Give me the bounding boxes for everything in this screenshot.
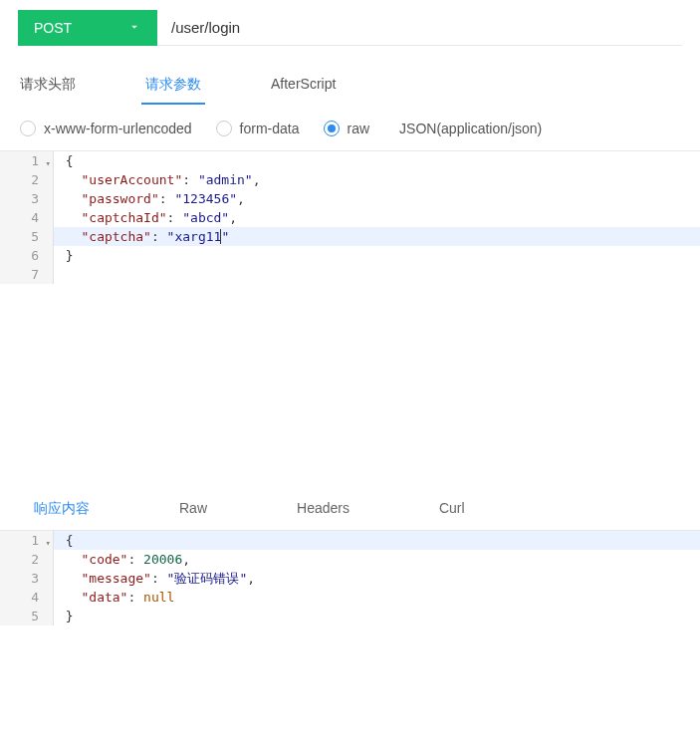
radio-icon (20, 121, 36, 136)
editor-line[interactable]: 3 "password": "123456", (0, 189, 700, 208)
code-content[interactable]: "password": "123456", (54, 189, 245, 208)
line-number: 2 (0, 550, 54, 569)
line-number: 5 (0, 607, 54, 625)
radio-label: form-data (240, 121, 300, 136)
code-content[interactable]: "captchaId": "abcd", (54, 208, 237, 227)
code-content[interactable]: } (54, 607, 74, 625)
response-tabs: 响应内容 Raw Headers Curl (0, 476, 700, 530)
code-content[interactable]: "code": 20006, (54, 550, 190, 569)
editor-line[interactable]: 1▾ { (0, 531, 700, 550)
code-content[interactable]: { (54, 151, 74, 170)
request-tabs: 请求头部 请求参数 AfterScript (0, 46, 700, 105)
line-number: 7 (0, 265, 54, 284)
line-number: 3 (0, 189, 54, 208)
radio-label: raw (348, 121, 370, 136)
code-content[interactable]: "message": "验证码错误", (54, 569, 255, 588)
editor-line[interactable]: 5 "captcha": "xarg11" (0, 227, 700, 246)
line-number: 4 (0, 588, 54, 607)
http-method-label: POST (34, 20, 72, 36)
body-type-row: x-www-form-urlencoded form-data raw JSON… (0, 105, 700, 150)
tab-response-content[interactable]: 响应内容 (34, 500, 90, 530)
editor-line[interactable]: 6 } (0, 246, 700, 265)
chevron-down-icon (127, 20, 141, 37)
tab-response-headers[interactable]: Headers (297, 500, 350, 530)
editor-line[interactable]: 2 "code": 20006, (0, 550, 700, 569)
line-number: 1▾ (0, 151, 54, 170)
editor-line[interactable]: 5 } (0, 607, 700, 625)
radio-form-data[interactable]: form-data (216, 121, 300, 136)
radio-icon (324, 121, 340, 136)
code-content[interactable]: "data": null (54, 588, 174, 607)
request-bar: POST (0, 0, 700, 46)
line-number: 6 (0, 246, 54, 265)
editor-line[interactable]: 2 "userAccount": "admin", (0, 170, 700, 189)
line-number: 4 (0, 208, 54, 227)
editor-line[interactable]: 1▾ { (0, 151, 700, 170)
content-type-select[interactable]: JSON(application/json) (399, 121, 542, 136)
code-content[interactable] (54, 265, 66, 284)
response-body-editor[interactable]: 1▾ {2 "code": 20006,3 "message": "验证码错误"… (0, 530, 700, 625)
editor-line[interactable]: 4 "captchaId": "abcd", (0, 208, 700, 227)
http-method-select[interactable]: POST (18, 10, 157, 46)
radio-raw[interactable]: raw (324, 121, 370, 136)
editor-line[interactable]: 4 "data": null (0, 588, 700, 607)
tab-request-headers[interactable]: 请求头部 (20, 76, 76, 104)
code-content[interactable]: "captcha": "xarg11" (54, 227, 229, 246)
line-number: 5 (0, 227, 54, 246)
line-number: 3 (0, 569, 54, 588)
editor-line[interactable]: 3 "message": "验证码错误", (0, 569, 700, 588)
radio-form-urlencoded[interactable]: x-www-form-urlencoded (20, 121, 192, 136)
tab-response-curl[interactable]: Curl (439, 500, 465, 530)
editor-line[interactable]: 7 (0, 265, 700, 284)
url-input[interactable] (157, 10, 682, 46)
radio-icon (216, 121, 232, 136)
line-number: 1▾ (0, 531, 54, 550)
code-content[interactable]: "userAccount": "admin", (54, 170, 261, 189)
request-body-editor[interactable]: 1▾ {2 "userAccount": "admin",3 "password… (0, 150, 700, 476)
code-content[interactable]: } (54, 246, 74, 265)
line-number: 2 (0, 170, 54, 189)
tab-afterscript[interactable]: AfterScript (271, 76, 336, 104)
tab-response-raw[interactable]: Raw (179, 500, 207, 530)
tab-request-params[interactable]: 请求参数 (145, 76, 201, 104)
radio-label: x-www-form-urlencoded (44, 121, 192, 136)
code-content[interactable]: { (54, 531, 74, 550)
